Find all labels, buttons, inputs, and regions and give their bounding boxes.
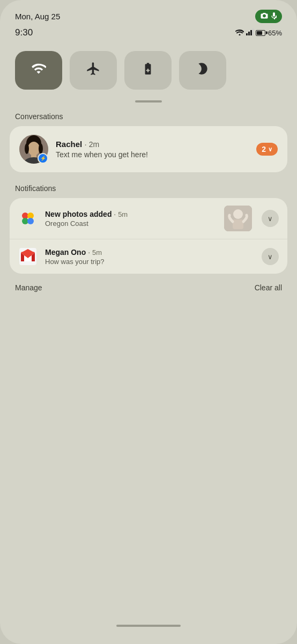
time-display: 9:30: [15, 27, 33, 38]
google-photos-icon: [18, 209, 38, 228]
wifi-status-icon: [235, 28, 244, 37]
svg-point-10: [39, 143, 43, 154]
unread-badge[interactable]: 2 ∨: [256, 143, 278, 156]
battery-plus-tile-icon: [141, 61, 155, 79]
conversations-label: Conversations: [0, 112, 297, 121]
mic-icon: [271, 12, 277, 21]
notification-item-photos[interactable]: New photos added · 5m Oregon Coast: [10, 198, 287, 239]
time-row: 9:30 6: [0, 26, 297, 43]
svg-point-6: [28, 142, 40, 156]
svg-rect-2: [250, 30, 252, 35]
qs-tile-battery-saver[interactable]: [124, 51, 172, 90]
photos-notification-content: New photos added · 5m Oregon Coast: [45, 210, 217, 228]
connectivity-area: 65%: [235, 28, 282, 37]
qs-tile-night-mode[interactable]: [179, 51, 226, 90]
notifications-section: Notifications New photos added: [0, 184, 297, 274]
gmail-notification-subtitle: How was your trip?: [45, 258, 254, 266]
messenger-badge: ⚡: [38, 153, 48, 164]
photos-notification-title: New photos added · 5m: [45, 210, 217, 218]
gmail-notification-title: Megan Ono · 5m: [45, 248, 254, 257]
moon-tile-icon: [196, 62, 210, 79]
battery-icon: [256, 30, 266, 36]
badge-chevron-icon: ∨: [268, 146, 272, 153]
conversation-content: Rachel · 2m Text me when you get here!: [56, 140, 249, 159]
wifi-tile-icon: [31, 61, 46, 79]
expand-chevron-icon: ∨: [268, 215, 273, 223]
conversations-section: Conversations: [0, 112, 297, 172]
status-date: Mon, Aug 25: [15, 12, 60, 21]
status-icons: [255, 10, 282, 23]
gmail-expand-button[interactable]: ∨: [262, 248, 279, 265]
camera-mic-indicator: [255, 10, 282, 23]
notification-item-gmail[interactable]: Megan Ono · 5m How was your trip? ∨: [10, 239, 287, 274]
notifications-label: Notifications: [0, 184, 297, 193]
photos-thumbnail: [224, 206, 252, 231]
battery-percent: 65%: [268, 29, 282, 37]
gmail-expand-chevron-icon: ∨: [268, 253, 273, 261]
camera-icon: [261, 12, 268, 20]
conversation-message: Text me when you get here!: [56, 150, 249, 159]
manage-button[interactable]: Manage: [15, 283, 42, 292]
drag-handle: [135, 100, 162, 103]
svg-point-14: [27, 218, 34, 224]
status-bar: Mon, Aug 25: [0, 0, 297, 26]
quick-settings-row: [0, 43, 297, 95]
svg-rect-0: [246, 33, 248, 35]
qs-tile-airplane[interactable]: [70, 51, 117, 90]
conversation-sender: Rachel · 2m: [56, 140, 249, 149]
airplane-tile-icon: [86, 61, 101, 79]
bottom-actions: Manage Clear all: [0, 274, 297, 297]
svg-rect-1: [248, 32, 250, 35]
avatar-container: ⚡: [19, 135, 48, 164]
phone-screen: Mon, Aug 25 9:30: [0, 0, 297, 644]
clear-all-button[interactable]: Clear all: [255, 283, 282, 292]
svg-point-16: [233, 209, 243, 219]
svg-rect-3: [253, 28, 254, 35]
bottom-nav-handle: [116, 625, 181, 627]
photos-notification-subtitle: Oregon Coast: [45, 219, 217, 228]
messenger-icon: ⚡: [40, 156, 46, 161]
gmail-notification-content: Megan Ono · 5m How was your trip?: [45, 248, 254, 266]
svg-point-9: [25, 143, 29, 154]
qs-tile-wifi[interactable]: [15, 51, 62, 90]
signal-icon: [246, 28, 254, 37]
photos-expand-button[interactable]: ∨: [262, 210, 279, 227]
svg-rect-17: [233, 219, 243, 229]
gmail-icon: [18, 247, 38, 266]
notifications-group: New photos added · 5m Oregon Coast: [10, 198, 287, 274]
unread-count: 2: [262, 145, 266, 153]
conversation-card-rachel[interactable]: ⚡ Rachel · 2m Text me when you get here!…: [10, 126, 287, 172]
